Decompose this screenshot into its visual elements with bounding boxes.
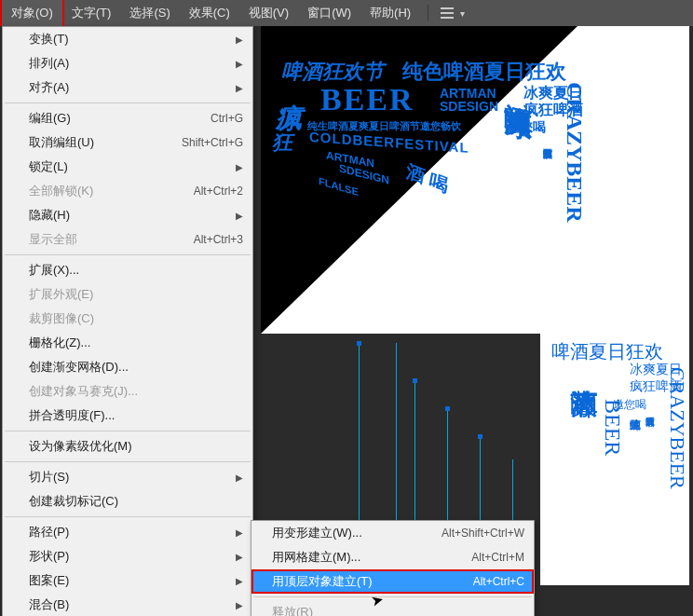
menubar-divider [428,5,428,21]
anchor-point[interactable] [413,378,417,383]
menu-object[interactable]: 对象(O) [2,0,62,26]
menu-window[interactable]: 窗口(W) [298,0,360,26]
menu-object-mosaic: 创建对象马赛克(J)... [3,379,252,404]
menu-separator [5,254,251,255]
submenu-release: 释放(R) [251,600,534,616]
menu-help[interactable]: 帮助(H) [360,0,420,26]
menu-crop-image: 裁剪图像(C) [3,307,252,331]
menu-pattern[interactable]: 图案(E)▶ [3,568,252,593]
submenu-arrow-icon: ▶ [236,162,243,172]
menu-separator [5,103,251,103]
design-text-cluster: 啤酒狂欢节 纯色啤酒夏日狂欢 疯凉 狂 BEER ARTMAN SDESIGN … [261,26,689,334]
menu-arrange[interactable]: 排列(A)▶ [3,51,252,75]
menu-align[interactable]: 对齐(A)▶ [3,75,252,100]
menu-transform[interactable]: 变换(T)▶ [3,27,252,51]
anchor-point[interactable] [478,434,482,439]
chevron-down-icon: ▾ [460,8,465,19]
menu-group[interactable]: 编组(G)Ctrl+G [3,106,252,130]
submenu-make-with-warp[interactable]: 用变形建立(W)...Alt+Shift+Ctrl+W [251,521,534,545]
menu-view[interactable]: 视图(V) [239,0,298,26]
hamburger-icon[interactable] [436,3,458,23]
menu-expand[interactable]: 扩展(X)... [3,258,252,282]
menubar: 对象(O) 文字(T) 选择(S) 效果(C) 视图(V) 窗口(W) 帮助(H… [0,0,693,26]
menu-flatten-transparency[interactable]: 拼合透明度(F)... [3,404,252,428]
menu-gradient-mesh[interactable]: 创建渐变网格(D)... [3,355,252,379]
menu-expand-appearance: 扩展外观(E) [3,282,252,307]
artboard-side: 啤酒夏日狂欢 冰爽夏日 疯狂啤酒 邀您喝 冰爽啤酒节 BEER CRAZYBEE… [540,334,689,585]
menu-shape[interactable]: 形状(P)▶ [3,544,252,568]
menu-trim-marks[interactable]: 创建裁切标记(C) [3,489,252,513]
menu-hide[interactable]: 隐藏(H)▶ [3,203,252,227]
menu-separator [5,461,251,462]
submenu-arrow-icon: ▶ [236,211,243,221]
menu-show-all: 显示全部Alt+Ctrl+3 [3,227,252,252]
submenu-arrow-icon: ▶ [236,472,243,483]
object-menu-dropdown: 变换(T)▶ 排列(A)▶ 对齐(A)▶ 编组(G)Ctrl+G 取消编组(U)… [2,26,253,616]
anchor-point[interactable] [445,406,450,411]
menu-path[interactable]: 路径(P)▶ [3,520,252,544]
menu-lock[interactable]: 锁定(L)▶ [3,155,252,179]
artboard-main: 啤酒狂欢节 纯色啤酒夏日狂欢 疯凉 狂 BEER ARTMAN SDESIGN … [261,26,689,334]
submenu-arrow-icon: ▶ [236,576,243,586]
anchor-point[interactable] [357,341,361,346]
menu-effect[interactable]: 效果(C) [180,0,239,26]
menu-pixel-perfect[interactable]: 设为像素级优化(M) [3,434,252,459]
menu-select[interactable]: 选择(S) [120,0,179,26]
menu-separator [253,596,532,597]
submenu-arrow-icon: ▶ [236,83,243,93]
submenu-arrow-icon: ▶ [236,34,243,45]
submenu-arrow-icon: ▶ [236,59,243,69]
submenu-make-with-mesh[interactable]: 用网格建立(M)...Alt+Ctrl+M [251,545,534,569]
menu-type[interactable]: 文字(T) [62,0,121,26]
submenu-make-with-top-object[interactable]: 用顶层对象建立(T)Alt+Ctrl+C [251,569,534,594]
envelope-submenu: 用变形建立(W)...Alt+Shift+Ctrl+W 用网格建立(M)...A… [251,520,535,616]
submenu-arrow-icon: ▶ [236,527,243,538]
menu-rasterize[interactable]: 栅格化(Z)... [3,331,252,355]
menu-separator [5,431,251,431]
submenu-arrow-icon: ▶ [236,552,243,562]
menu-slice[interactable]: 切片(S)▶ [3,465,252,489]
submenu-arrow-icon: ▶ [236,600,243,610]
menu-unlock-all: 全部解锁(K)Alt+Ctrl+2 [3,179,252,203]
menu-separator [5,516,251,517]
menu-blend[interactable]: 混合(B)▶ [3,593,252,616]
menu-ungroup[interactable]: 取消编组(U)Shift+Ctrl+G [3,130,252,155]
